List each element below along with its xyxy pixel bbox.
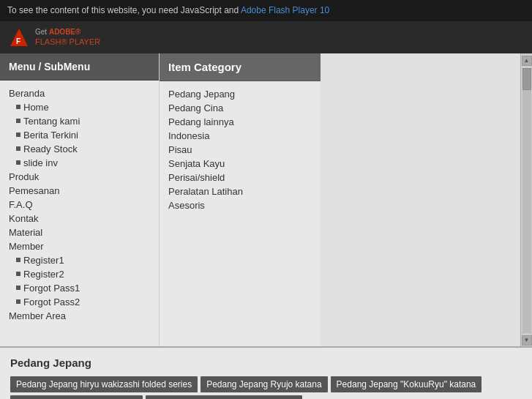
category-item[interactable]: Peralatan Latihan (160, 184, 321, 198)
category-item[interactable]: Pisau (160, 143, 321, 157)
sidebar-nav-item[interactable]: Tentang kami (0, 114, 159, 128)
nav-bullet (16, 299, 20, 304)
sidebar-nav-item[interactable]: Material (0, 225, 159, 239)
content-row: Menu / SubMenu BerandaHomeTentang kamiBe… (0, 53, 532, 346)
category-list: Pedang JepangPedang CinaPedang lainnyaIn… (160, 81, 321, 218)
scrollbar-up-arrow[interactable]: ▲ (522, 56, 532, 66)
sidebar-nav-item[interactable]: Forgot Pass2 (0, 295, 159, 309)
notification-text: To see the content of this website, you … (7, 5, 241, 15)
product-tag[interactable]: Pedang Jepang hiryu wakizashi folded ser… (10, 376, 198, 392)
nav-item-label: Forgot Pass2 (23, 297, 80, 307)
svg-text:F: F (16, 37, 20, 45)
product-tag[interactable]: Pedang Jepang yamashiro wakizashi (146, 395, 302, 399)
flash-icon: F (9, 27, 29, 48)
sidebar: Menu / SubMenu BerandaHomeTentang kamiBe… (0, 53, 160, 346)
scrollbar[interactable]: ▲ ▼ (520, 53, 532, 346)
sidebar-nav-item[interactable]: Register2 (0, 267, 159, 281)
category-header: Item Category (160, 53, 321, 81)
notification-bar: To see the content of this website, you … (0, 0, 532, 21)
scrollbar-track (522, 68, 531, 333)
product-tags: Pedang Jepang hiryu wakizashi folded ser… (10, 376, 522, 399)
category-item[interactable]: Pedang Jepang (160, 87, 321, 101)
bottom-title: Pedang Jepang (10, 357, 522, 369)
sidebar-nav-item[interactable]: Berita Terkini (0, 128, 159, 142)
sidebar-nav-item[interactable]: Forgot Pass1 (0, 281, 159, 295)
sidebar-nav-item[interactable]: Home (0, 100, 159, 114)
sidebar-nav-item[interactable]: Member (0, 239, 159, 253)
nav-bullet (16, 119, 20, 123)
sidebar-nav-item[interactable]: Pemesanan (0, 184, 159, 198)
scrollbar-down-arrow[interactable]: ▼ (522, 335, 532, 346)
sidebar-nav: BerandaHomeTentang kamiBerita TerkiniRea… (0, 81, 159, 329)
category-item[interactable]: Senjata Kayu (160, 157, 321, 171)
sidebar-nav-item[interactable]: slide inv (0, 156, 159, 170)
sidebar-nav-item[interactable]: Register1 (0, 253, 159, 267)
right-area (321, 53, 520, 346)
product-tag[interactable]: Pedang Jepang Zatoichi sword (10, 395, 143, 399)
sidebar-nav-item[interactable]: Produk (0, 170, 159, 184)
bottom-section: Pedang Jepang Pedang Jepang hiryu wakiza… (0, 346, 532, 399)
nav-item-label: Home (23, 102, 49, 113)
flash-player-label: FLASH® PLAYER (35, 37, 100, 47)
sidebar-nav-item[interactable]: Kontak (0, 212, 159, 225)
nav-item-label: Tentang kami (23, 116, 80, 127)
category-item[interactable]: Perisai/shield (160, 171, 321, 184)
product-tag[interactable]: Pedang Jepang "KokuuRyu" katana (331, 376, 482, 392)
sidebar-nav-item[interactable]: Beranda (0, 86, 159, 100)
nav-bullet (16, 286, 20, 290)
nav-item-label: Ready Stock (23, 143, 78, 154)
page-wrapper: To see the content of this website, you … (0, 0, 532, 399)
nav-bullet (16, 133, 20, 137)
flash-text-block: Get ADOBE® FLASH® PLAYER (35, 27, 100, 47)
nav-bullet (16, 146, 20, 151)
flash-player-link[interactable]: Adobe Flash Player 10 (241, 5, 329, 15)
nav-bullet (16, 105, 20, 109)
nav-bullet (16, 272, 20, 276)
sidebar-nav-item[interactable]: Member Area (0, 309, 159, 323)
flash-logo-svg: F (9, 27, 29, 48)
nav-item-label: Berita Terkini (23, 130, 78, 141)
nav-item-label: Register2 (23, 269, 64, 280)
nav-item-label: Forgot Pass1 (23, 283, 80, 294)
nav-item-label: Register1 (23, 255, 64, 266)
nav-bullet (16, 160, 20, 165)
product-tag[interactable]: Pedang Jepang Ryujo katana (201, 376, 327, 392)
left-panels: Menu / SubMenu BerandaHomeTentang kamiBe… (0, 53, 321, 346)
get-label: Get ADOBE® (35, 27, 100, 37)
category-item[interactable]: Asesoris (160, 198, 321, 212)
category-item[interactable]: Indonesia (160, 129, 321, 143)
sidebar-nav-item[interactable]: F.A.Q (0, 198, 159, 212)
nav-bullet (16, 258, 20, 262)
adobe-label: ADOBE® (49, 28, 80, 36)
category-panel: Item Category Pedang JepangPedang CinaPe… (160, 53, 321, 346)
sidebar-header: Menu / SubMenu (0, 53, 159, 81)
category-item[interactable]: Pedang Cina (160, 101, 321, 115)
scrollbar-thumb[interactable] (522, 68, 531, 90)
category-item[interactable]: Pedang lainnya (160, 115, 321, 129)
flash-banner: F Get ADOBE® FLASH® PLAYER (0, 21, 532, 53)
nav-item-label: slide inv (23, 157, 58, 168)
sidebar-nav-item[interactable]: Ready Stock (0, 142, 159, 156)
